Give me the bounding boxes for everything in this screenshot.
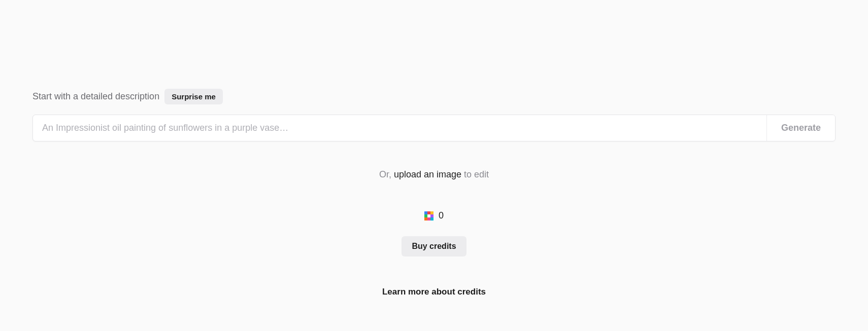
- generate-button[interactable]: Generate: [766, 115, 835, 141]
- learn-more-credits-link[interactable]: Learn more about credits: [32, 287, 836, 297]
- credits-row: 0: [32, 210, 836, 221]
- svg-rect-5: [430, 214, 433, 217]
- main-container: Start with a detailed description Surpri…: [0, 0, 868, 297]
- svg-rect-6: [424, 217, 427, 220]
- upload-image-link[interactable]: upload an image: [394, 169, 461, 179]
- buy-credits-button[interactable]: Buy credits: [402, 236, 466, 256]
- credits-icon: [424, 211, 433, 220]
- svg-rect-3: [424, 214, 427, 217]
- svg-rect-8: [430, 217, 433, 220]
- svg-rect-2: [430, 211, 433, 214]
- svg-rect-0: [424, 211, 427, 214]
- svg-rect-1: [427, 211, 430, 214]
- upload-row: Or, upload an image to edit: [32, 169, 836, 180]
- credits-count: 0: [439, 210, 444, 221]
- prompt-input[interactable]: [33, 115, 766, 141]
- surprise-me-button[interactable]: Surprise me: [164, 89, 223, 104]
- svg-rect-7: [427, 217, 430, 220]
- upload-suffix: to edit: [461, 169, 489, 179]
- header-row: Start with a detailed description Surpri…: [32, 89, 836, 104]
- prompt-bar: Generate: [32, 115, 836, 141]
- svg-rect-4: [427, 214, 430, 217]
- description-label: Start with a detailed description: [32, 91, 159, 102]
- upload-prefix: Or,: [379, 169, 394, 179]
